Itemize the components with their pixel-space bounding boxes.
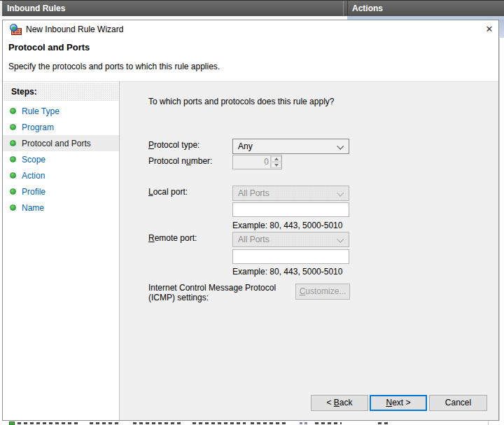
step-label: Protocol and Ports <box>22 139 91 148</box>
protocol-number-label: Protocol number: <box>148 156 212 166</box>
green-bullet-icon <box>10 140 16 146</box>
chevron-down-icon <box>337 236 344 243</box>
window-left-edge <box>0 1 2 17</box>
step-label: Program <box>22 123 54 132</box>
steps-label: Steps: <box>11 87 37 97</box>
next-button[interactable]: Next > <box>370 395 427 411</box>
local-port-dropdown[interactable]: All Ports <box>232 186 349 201</box>
column-divider <box>488 421 489 425</box>
protocol-type-label: Protocol type: <box>148 140 200 150</box>
local-port-value: All Ports <box>238 188 270 198</box>
inbound-rules-panel-header: Inbound Rules <box>7 1 65 17</box>
sidebar-item-scope[interactable]: Scope <box>3 151 119 167</box>
spin-up-button[interactable] <box>271 156 281 162</box>
clipped-text <box>133 422 181 424</box>
steps-header-band: Steps: <box>4 83 118 101</box>
spin-down-button[interactable] <box>271 162 281 168</box>
step-label: Scope <box>22 155 46 165</box>
icmp-settings-label: Internet Control Message Protocol (ICMP)… <box>148 283 295 302</box>
green-bullet-icon <box>10 204 16 211</box>
local-port-input[interactable] <box>232 202 349 217</box>
protocol-number-stepper[interactable]: 0 <box>232 155 282 169</box>
clipped-text <box>378 422 391 424</box>
sidebar-item-rule-type[interactable]: Rule Type <box>3 103 119 119</box>
local-port-example-text: Example: 80, 443, 5000-5010 <box>232 221 342 230</box>
actions-panel-header: Actions <box>352 1 383 17</box>
dialog-title: New Inbound Rule Wizard <box>26 20 123 39</box>
actions-panel-sliver-body <box>499 38 504 425</box>
step-label: Action <box>22 171 45 181</box>
sidebar-item-protocol-and-ports[interactable]: Protocol and Ports <box>3 135 119 151</box>
page-title: Protocol and Ports <box>8 42 90 53</box>
step-label: Rule Type <box>22 106 59 116</box>
actions-panel-sliver <box>499 20 504 38</box>
back-button[interactable]: < Back <box>311 395 368 411</box>
remote-port-input[interactable] <box>232 249 349 264</box>
step-label: Profile <box>22 187 46 197</box>
protocol-type-value: Any <box>238 141 253 151</box>
protocol-type-dropdown[interactable]: Any <box>232 139 349 154</box>
question-text: To which ports and protocols does this r… <box>148 97 334 106</box>
triangle-up-icon <box>274 158 279 160</box>
panel-seam <box>343 1 344 17</box>
green-bullet-icon <box>10 188 16 195</box>
remote-port-example-text: Example: 80, 443, 5000-5010 <box>232 267 342 277</box>
green-bullet-icon <box>10 124 16 130</box>
firewall-icon <box>10 24 22 36</box>
wizard-content: To which ports and protocols does this r… <box>120 81 498 420</box>
clipped-text <box>192 422 246 424</box>
rule-enabled-icon <box>9 421 15 425</box>
screen: Inbound Rules Actions New Inbound Rule W… <box>0 0 504 425</box>
new-inbound-rule-wizard-dialog: New Inbound Rule Wizard ✕ Protocol and P… <box>2 20 499 421</box>
chevron-down-icon <box>337 190 344 197</box>
step-label: Name <box>22 203 44 213</box>
clipped-text <box>315 422 342 424</box>
console-header-bar: Inbound Rules Actions <box>0 0 504 16</box>
steps-sidebar: Steps: Rule Type Program Protocol and Po… <box>3 81 119 420</box>
local-port-label: Local port: <box>148 187 188 197</box>
dialog-titlebar: New Inbound Rule Wizard ✕ <box>3 20 498 39</box>
spinner-buttons <box>270 156 281 168</box>
chevron-down-icon <box>337 143 344 150</box>
protocol-number-value: 0 <box>264 155 269 169</box>
close-icon[interactable]: ✕ <box>482 22 497 36</box>
steps-list: Rule Type Program Protocol and Ports Sco… <box>3 103 119 216</box>
clipped-text <box>251 422 288 424</box>
page-subtitle: Specify the protocols and ports to which… <box>8 62 220 71</box>
green-bullet-icon <box>10 156 16 162</box>
clipped-text <box>90 422 121 424</box>
remote-port-label: Remote port: <box>148 233 197 243</box>
remote-port-dropdown[interactable]: All Ports <box>232 232 349 247</box>
sidebar-item-name[interactable]: Name <box>3 200 119 216</box>
sidebar-item-action[interactable]: Action <box>3 167 119 183</box>
cancel-button[interactable]: Cancel <box>429 395 487 411</box>
green-bullet-icon <box>10 108 16 114</box>
green-bullet-icon <box>10 172 16 179</box>
triangle-down-icon <box>274 164 279 167</box>
background-rule-row[interactable] <box>0 421 504 425</box>
remote-port-value: All Ports <box>238 235 270 244</box>
customize-button[interactable]: Customize... <box>295 284 350 300</box>
panel-seam-dark <box>347 1 348 17</box>
globe-icon-part <box>10 24 18 32</box>
clipped-icon <box>300 422 308 424</box>
sidebar-item-program[interactable]: Program <box>3 119 119 135</box>
sidebar-item-profile[interactable]: Profile <box>3 183 119 200</box>
clipped-text <box>18 422 80 424</box>
